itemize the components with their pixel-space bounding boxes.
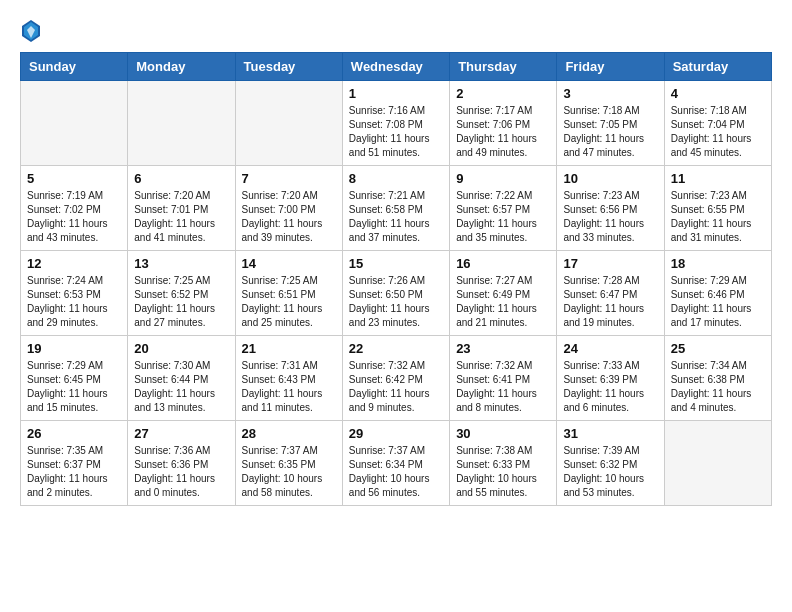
- calendar-day-cell: 19Sunrise: 7:29 AM Sunset: 6:45 PM Dayli…: [21, 336, 128, 421]
- day-info: Sunrise: 7:32 AM Sunset: 6:42 PM Dayligh…: [349, 359, 443, 415]
- calendar-day-cell: 24Sunrise: 7:33 AM Sunset: 6:39 PM Dayli…: [557, 336, 664, 421]
- calendar-header-row: SundayMondayTuesdayWednesdayThursdayFrid…: [21, 53, 772, 81]
- calendar-day-cell: [235, 81, 342, 166]
- day-number: 3: [563, 86, 657, 101]
- day-info: Sunrise: 7:18 AM Sunset: 7:04 PM Dayligh…: [671, 104, 765, 160]
- day-number: 8: [349, 171, 443, 186]
- day-info: Sunrise: 7:28 AM Sunset: 6:47 PM Dayligh…: [563, 274, 657, 330]
- calendar-day-cell: 31Sunrise: 7:39 AM Sunset: 6:32 PM Dayli…: [557, 421, 664, 506]
- day-info: Sunrise: 7:33 AM Sunset: 6:39 PM Dayligh…: [563, 359, 657, 415]
- day-number: 20: [134, 341, 228, 356]
- calendar-day-cell: 29Sunrise: 7:37 AM Sunset: 6:34 PM Dayli…: [342, 421, 449, 506]
- calendar-day-cell: 2Sunrise: 7:17 AM Sunset: 7:06 PM Daylig…: [450, 81, 557, 166]
- day-number: 28: [242, 426, 336, 441]
- calendar-day-cell: 21Sunrise: 7:31 AM Sunset: 6:43 PM Dayli…: [235, 336, 342, 421]
- calendar-day-cell: 4Sunrise: 7:18 AM Sunset: 7:04 PM Daylig…: [664, 81, 771, 166]
- day-number: 5: [27, 171, 121, 186]
- logo: [20, 20, 38, 42]
- day-number: 9: [456, 171, 550, 186]
- calendar-day-cell: [21, 81, 128, 166]
- calendar-week-row: 12Sunrise: 7:24 AM Sunset: 6:53 PM Dayli…: [21, 251, 772, 336]
- calendar-day-cell: 30Sunrise: 7:38 AM Sunset: 6:33 PM Dayli…: [450, 421, 557, 506]
- calendar-day-cell: 13Sunrise: 7:25 AM Sunset: 6:52 PM Dayli…: [128, 251, 235, 336]
- calendar-day-cell: 22Sunrise: 7:32 AM Sunset: 6:42 PM Dayli…: [342, 336, 449, 421]
- day-info: Sunrise: 7:35 AM Sunset: 6:37 PM Dayligh…: [27, 444, 121, 500]
- day-info: Sunrise: 7:24 AM Sunset: 6:53 PM Dayligh…: [27, 274, 121, 330]
- calendar-day-cell: 5Sunrise: 7:19 AM Sunset: 7:02 PM Daylig…: [21, 166, 128, 251]
- day-info: Sunrise: 7:21 AM Sunset: 6:58 PM Dayligh…: [349, 189, 443, 245]
- day-info: Sunrise: 7:27 AM Sunset: 6:49 PM Dayligh…: [456, 274, 550, 330]
- day-info: Sunrise: 7:30 AM Sunset: 6:44 PM Dayligh…: [134, 359, 228, 415]
- calendar-day-cell: 10Sunrise: 7:23 AM Sunset: 6:56 PM Dayli…: [557, 166, 664, 251]
- day-info: Sunrise: 7:31 AM Sunset: 6:43 PM Dayligh…: [242, 359, 336, 415]
- weekday-header-wednesday: Wednesday: [342, 53, 449, 81]
- calendar-day-cell: 23Sunrise: 7:32 AM Sunset: 6:41 PM Dayli…: [450, 336, 557, 421]
- day-info: Sunrise: 7:23 AM Sunset: 6:56 PM Dayligh…: [563, 189, 657, 245]
- day-number: 1: [349, 86, 443, 101]
- calendar-day-cell: 27Sunrise: 7:36 AM Sunset: 6:36 PM Dayli…: [128, 421, 235, 506]
- day-number: 15: [349, 256, 443, 271]
- day-info: Sunrise: 7:26 AM Sunset: 6:50 PM Dayligh…: [349, 274, 443, 330]
- calendar-day-cell: 8Sunrise: 7:21 AM Sunset: 6:58 PM Daylig…: [342, 166, 449, 251]
- day-number: 4: [671, 86, 765, 101]
- day-info: Sunrise: 7:37 AM Sunset: 6:34 PM Dayligh…: [349, 444, 443, 500]
- weekday-header-sunday: Sunday: [21, 53, 128, 81]
- day-number: 7: [242, 171, 336, 186]
- day-info: Sunrise: 7:38 AM Sunset: 6:33 PM Dayligh…: [456, 444, 550, 500]
- calendar-day-cell: 12Sunrise: 7:24 AM Sunset: 6:53 PM Dayli…: [21, 251, 128, 336]
- calendar-day-cell: 3Sunrise: 7:18 AM Sunset: 7:05 PM Daylig…: [557, 81, 664, 166]
- day-number: 11: [671, 171, 765, 186]
- weekday-header-thursday: Thursday: [450, 53, 557, 81]
- day-number: 14: [242, 256, 336, 271]
- calendar-day-cell: 20Sunrise: 7:30 AM Sunset: 6:44 PM Dayli…: [128, 336, 235, 421]
- day-info: Sunrise: 7:25 AM Sunset: 6:51 PM Dayligh…: [242, 274, 336, 330]
- day-number: 26: [27, 426, 121, 441]
- day-number: 13: [134, 256, 228, 271]
- day-info: Sunrise: 7:29 AM Sunset: 6:45 PM Dayligh…: [27, 359, 121, 415]
- calendar-day-cell: 1Sunrise: 7:16 AM Sunset: 7:08 PM Daylig…: [342, 81, 449, 166]
- weekday-header-friday: Friday: [557, 53, 664, 81]
- day-number: 31: [563, 426, 657, 441]
- day-info: Sunrise: 7:29 AM Sunset: 6:46 PM Dayligh…: [671, 274, 765, 330]
- calendar-table: SundayMondayTuesdayWednesdayThursdayFrid…: [20, 52, 772, 506]
- day-info: Sunrise: 7:20 AM Sunset: 7:01 PM Dayligh…: [134, 189, 228, 245]
- day-number: 29: [349, 426, 443, 441]
- day-info: Sunrise: 7:25 AM Sunset: 6:52 PM Dayligh…: [134, 274, 228, 330]
- calendar-week-row: 1Sunrise: 7:16 AM Sunset: 7:08 PM Daylig…: [21, 81, 772, 166]
- calendar-day-cell: [128, 81, 235, 166]
- day-info: Sunrise: 7:16 AM Sunset: 7:08 PM Dayligh…: [349, 104, 443, 160]
- calendar-day-cell: 17Sunrise: 7:28 AM Sunset: 6:47 PM Dayli…: [557, 251, 664, 336]
- calendar-day-cell: 6Sunrise: 7:20 AM Sunset: 7:01 PM Daylig…: [128, 166, 235, 251]
- day-number: 23: [456, 341, 550, 356]
- day-info: Sunrise: 7:36 AM Sunset: 6:36 PM Dayligh…: [134, 444, 228, 500]
- calendar-day-cell: 16Sunrise: 7:27 AM Sunset: 6:49 PM Dayli…: [450, 251, 557, 336]
- day-info: Sunrise: 7:34 AM Sunset: 6:38 PM Dayligh…: [671, 359, 765, 415]
- day-info: Sunrise: 7:18 AM Sunset: 7:05 PM Dayligh…: [563, 104, 657, 160]
- day-number: 25: [671, 341, 765, 356]
- calendar-week-row: 5Sunrise: 7:19 AM Sunset: 7:02 PM Daylig…: [21, 166, 772, 251]
- day-info: Sunrise: 7:22 AM Sunset: 6:57 PM Dayligh…: [456, 189, 550, 245]
- day-number: 18: [671, 256, 765, 271]
- calendar-week-row: 19Sunrise: 7:29 AM Sunset: 6:45 PM Dayli…: [21, 336, 772, 421]
- weekday-header-monday: Monday: [128, 53, 235, 81]
- day-number: 27: [134, 426, 228, 441]
- calendar-day-cell: 28Sunrise: 7:37 AM Sunset: 6:35 PM Dayli…: [235, 421, 342, 506]
- day-info: Sunrise: 7:19 AM Sunset: 7:02 PM Dayligh…: [27, 189, 121, 245]
- day-number: 2: [456, 86, 550, 101]
- calendar-day-cell: 15Sunrise: 7:26 AM Sunset: 6:50 PM Dayli…: [342, 251, 449, 336]
- day-number: 21: [242, 341, 336, 356]
- calendar-day-cell: 11Sunrise: 7:23 AM Sunset: 6:55 PM Dayli…: [664, 166, 771, 251]
- day-number: 19: [27, 341, 121, 356]
- weekday-header-saturday: Saturday: [664, 53, 771, 81]
- day-number: 12: [27, 256, 121, 271]
- page-header: [20, 20, 772, 42]
- day-info: Sunrise: 7:37 AM Sunset: 6:35 PM Dayligh…: [242, 444, 336, 500]
- day-number: 6: [134, 171, 228, 186]
- day-number: 30: [456, 426, 550, 441]
- logo-icon: [22, 20, 40, 42]
- day-number: 24: [563, 341, 657, 356]
- calendar-day-cell: 26Sunrise: 7:35 AM Sunset: 6:37 PM Dayli…: [21, 421, 128, 506]
- day-number: 17: [563, 256, 657, 271]
- calendar-day-cell: 14Sunrise: 7:25 AM Sunset: 6:51 PM Dayli…: [235, 251, 342, 336]
- weekday-header-tuesday: Tuesday: [235, 53, 342, 81]
